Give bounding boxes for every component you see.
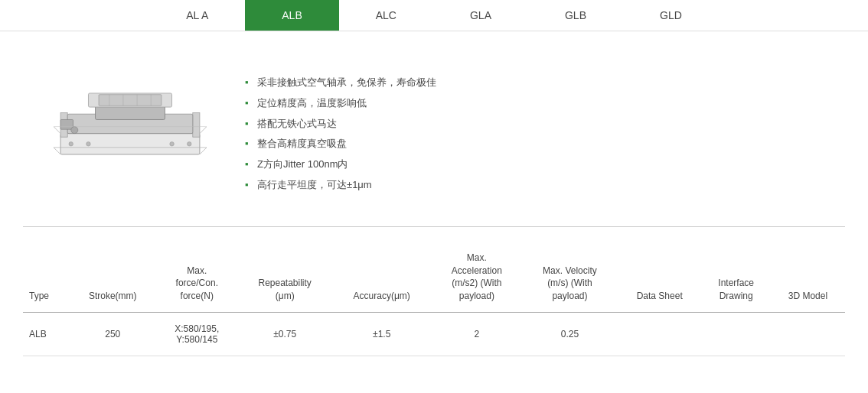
col-header-stroke: Stroke(mm) — [70, 242, 156, 313]
svg-line-17 — [54, 127, 60, 134]
cell-acceleration: 2 — [432, 312, 522, 356]
tab-gla[interactable]: GLA — [433, 0, 528, 31]
header-row: TypeStroke(mm)Max.force/Con.force(N)Repe… — [23, 242, 845, 313]
cell-interface — [702, 312, 771, 356]
feature-item: 整合高精度真空吸盘 — [245, 134, 822, 154]
feature-item: 采非接触式空气轴承，免保养，寿命极佳 — [245, 73, 822, 93]
svg-line-18 — [200, 127, 207, 134]
tab-gld[interactable]: GLD — [623, 0, 719, 31]
specs-table: TypeStroke(mm)Max.force/Con.force(N)Repe… — [23, 242, 845, 356]
cell-velocity: 0.25 — [522, 312, 618, 356]
col-header-type: Type — [23, 242, 70, 313]
cell-repeatability: ±0.75 — [238, 312, 332, 356]
svg-point-14 — [86, 142, 90, 146]
svg-rect-2 — [193, 112, 200, 137]
product-image-box — [46, 62, 214, 184]
svg-point-16 — [188, 142, 191, 146]
col-header-interface: InterfaceDrawing — [702, 242, 771, 313]
tab-glb[interactable]: GLB — [528, 0, 623, 31]
svg-point-15 — [170, 142, 174, 146]
tab-ala[interactable]: AL A — [149, 0, 245, 31]
svg-rect-0 — [60, 134, 200, 154]
tab-bar: AL AALBALCGLAGLBGLD — [0, 0, 868, 31]
feature-item: 定位精度高，温度影响低 — [245, 93, 822, 114]
cell-model3d — [771, 312, 845, 356]
tab-alc[interactable]: ALC — [339, 0, 433, 31]
col-header-datasheet: Data Sheet — [618, 242, 702, 313]
svg-point-12 — [71, 127, 78, 134]
table-header: TypeStroke(mm)Max.force/Con.force(N)Repe… — [23, 242, 845, 313]
cell-stroke: 250 — [70, 312, 156, 356]
svg-line-19 — [54, 148, 60, 154]
table-section: TypeStroke(mm)Max.force/Con.force(N)Repe… — [0, 227, 868, 387]
table-row: ALB250X:580/195,Y:580/145±0.75±1.520.25 — [23, 312, 845, 356]
feature-item: 搭配无铁心式马达 — [245, 114, 822, 135]
svg-rect-11 — [60, 119, 73, 129]
cell-type: ALB — [23, 312, 70, 356]
product-image — [54, 62, 207, 184]
table-body: ALB250X:580/195,Y:580/145±0.75±1.520.25 — [23, 312, 845, 356]
col-header-model3d: 3D Model — [771, 242, 845, 313]
feature-item: Z方向Jitter 100nm内 — [245, 154, 822, 175]
col-header-repeatability: Repeatability(μm) — [238, 242, 332, 313]
svg-line-20 — [200, 148, 207, 154]
product-info: 采非接触式空气轴承，免保养，寿命极佳定位精度高，温度影响低搭配无铁心式马达整合高… — [245, 62, 822, 196]
col-header-acceleration: Max.Acceleration(m/s2) (Withpayload) — [432, 242, 522, 313]
svg-rect-6 — [99, 95, 162, 106]
cell-force: X:580/195,Y:580/145 — [156, 312, 238, 356]
feature-item: 高行走平坦度，可达±1μm — [245, 175, 822, 196]
svg-point-13 — [69, 142, 73, 146]
col-header-force: Max.force/Con.force(N) — [156, 242, 238, 313]
product-features: 采非接触式空气轴承，免保养，寿命极佳定位精度高，温度影响低搭配无铁心式马达整合高… — [245, 73, 822, 196]
product-section: 采非接触式空气轴承，免保养，寿命极佳定位精度高，温度影响低搭配无铁心式马达整合高… — [0, 31, 868, 226]
col-header-accuracy: Accuracy(μm) — [332, 242, 432, 313]
col-header-velocity: Max. Velocity(m/s) (Withpayload) — [522, 242, 618, 313]
cell-datasheet — [618, 312, 702, 356]
cell-accuracy: ±1.5 — [332, 312, 432, 356]
tab-alb[interactable]: ALB — [245, 0, 338, 31]
